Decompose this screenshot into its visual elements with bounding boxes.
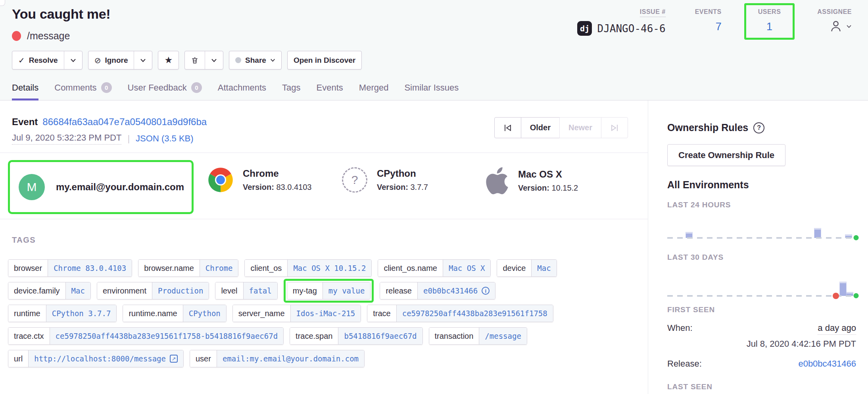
tag-key: url: [8, 350, 28, 367]
tag-pill-runtime.name[interactable]: runtime.nameCPython: [123, 305, 226, 322]
tag-pill-my-tag[interactable]: my-tagmy value: [287, 282, 371, 299]
tag-pill-client_os[interactable]: client_osMac OS X 10.15.2: [244, 259, 372, 277]
event-header: Event86684fa63aa047e7a0540801a9d9f6ba Ju…: [12, 116, 207, 145]
tag-pill-trace.span[interactable]: trace.spanb5418816f9aec67d: [290, 327, 422, 345]
last-seen-label: LAST SEEN: [667, 382, 712, 391]
tag-pill-transaction[interactable]: transaction/message: [429, 327, 527, 345]
ignore-dropdown-button[interactable]: [134, 51, 152, 69]
tag-value: Chrome: [200, 260, 238, 276]
help-question-icon[interactable]: ?: [753, 122, 764, 133]
tag-key: client_os: [245, 260, 287, 276]
issue-short-id-text: DJANGO-46-6: [597, 23, 665, 35]
ignore-button[interactable]: ⊘ Ignore: [88, 51, 134, 69]
tag-value: http://localhost:8000/message↗: [28, 350, 183, 367]
tag-pill-environment[interactable]: environmentProduction: [97, 282, 209, 299]
tab-similar-issues[interactable]: Similar Issues: [404, 82, 459, 100]
release-version-link[interactable]: e0b0bc431466: [798, 359, 856, 369]
tag-pill-client_os.name[interactable]: client_os.nameMac OS X: [378, 259, 491, 277]
oldest-event-button[interactable]: [494, 117, 521, 138]
users-count[interactable]: 1: [758, 21, 781, 33]
tag-value: ce5978250aff4438ba283e91561f1758: [396, 305, 553, 322]
tag-key: device.family: [8, 282, 65, 299]
event-id-link[interactable]: 86684fa63aa047e7a0540801a9d9f6ba: [42, 116, 207, 127]
tab-comments[interactable]: Comments0: [54, 82, 111, 100]
tag-value: Chrome 83.0.4103: [48, 260, 132, 276]
when-label: When:: [667, 323, 693, 333]
last-30-days-label: LAST 30 DAYS: [667, 253, 724, 262]
version-label: Version:: [377, 183, 408, 191]
create-ownership-rule-button[interactable]: Create Ownership Rule: [667, 144, 785, 166]
share-label: Share: [245, 56, 266, 65]
error-level-dot-icon: [12, 31, 21, 41]
event-details-panel: Event86684fa63aa047e7a0540801a9d9f6ba Ju…: [0, 100, 648, 394]
tag-row: urlhttp://localhost:8000/message↗userema…: [8, 350, 557, 367]
tag-value: Production: [152, 282, 209, 299]
tag-pill-server_name[interactable]: server_nameIdos-iMac-215: [232, 305, 361, 322]
external-link-icon[interactable]: ↗: [170, 355, 178, 363]
tag-pill-trace.ctx[interactable]: trace.ctxce5978250aff4438ba283e91561f175…: [8, 327, 284, 345]
issue-title: You caught me!: [12, 6, 110, 22]
tag-value: Mac OS X: [443, 260, 491, 276]
highlight-box-user-card: M my.email@your.domain.com: [8, 160, 194, 214]
tag-pill-browser[interactable]: browserChrome 83.0.4103: [8, 259, 132, 277]
older-event-button[interactable]: Older: [521, 117, 560, 138]
culprit-row: /message: [12, 30, 70, 42]
assignee-selector[interactable]: [817, 19, 852, 33]
chrome-icon: [208, 167, 233, 193]
issue-culprit: /message: [27, 30, 70, 42]
users-label: USERS: [758, 8, 781, 15]
older-label: Older: [530, 123, 551, 132]
tag-pill-level[interactable]: levelfatal: [215, 282, 277, 299]
tag-pill-release[interactable]: releasee0b0bc431466i: [380, 282, 495, 299]
info-icon[interactable]: i: [482, 287, 490, 295]
tab-user-feedback[interactable]: User Feedback0: [128, 82, 202, 100]
tag-pill-user[interactable]: useremail:my.email@your.domain.com: [190, 350, 365, 367]
tag-pill-browser.name[interactable]: browser.nameChrome: [138, 259, 238, 277]
trash-icon: [191, 56, 199, 65]
spark-bar: [814, 228, 821, 238]
tag-pill-trace[interactable]: tracece5978250aff4438ba283e91561f1758: [367, 305, 553, 322]
spark-dot-red: [833, 293, 839, 299]
delete-button[interactable]: [185, 51, 205, 69]
last-24-hours-label: LAST 24 HOURS: [667, 201, 731, 209]
discover-button-group: Open in Discover: [287, 51, 362, 70]
resolve-button-group: ✓ Resolve: [12, 51, 83, 70]
divider: [0, 153, 648, 153]
tag-pill-runtime[interactable]: runtimeCPython 3.7.7: [8, 305, 117, 322]
tab-merged[interactable]: Merged: [359, 82, 389, 100]
tab-events[interactable]: Events: [317, 82, 343, 100]
tag-row: runtimeCPython 3.7.7runtime.nameCPythons…: [8, 305, 557, 322]
issue-short-id[interactable]: dj DJANGO-46-6: [577, 21, 665, 36]
tab-label: Merged: [359, 83, 389, 93]
chevron-down-icon: [270, 58, 275, 62]
newest-event-button[interactable]: [601, 117, 628, 138]
tab-attachments[interactable]: Attachments: [218, 82, 266, 100]
delete-dropdown-button[interactable]: [205, 51, 223, 69]
tag-pill-device[interactable]: deviceMac: [497, 259, 557, 277]
open-in-discover-button[interactable]: Open in Discover: [288, 51, 361, 69]
bookmark-button-group: ★: [158, 51, 179, 70]
resolve-button[interactable]: ✓ Resolve: [12, 51, 64, 69]
version-label: Version:: [243, 183, 274, 191]
ownership-rules-title: Ownership Rules ?: [667, 122, 764, 133]
events-count[interactable]: 7: [695, 21, 722, 33]
tabs: DetailsComments0User Feedback0Attachment…: [12, 82, 459, 100]
resolve-dropdown-button[interactable]: [64, 51, 82, 69]
json-download-link[interactable]: JSON (3.5 KB): [136, 133, 193, 144]
tab-badge: 0: [101, 82, 112, 93]
browser-name: Chrome: [243, 168, 311, 179]
issue-stats: ISSUE # dj DJANGO-46-6 EVENTS 7 USERS 1 …: [555, 3, 858, 42]
newer-event-button[interactable]: Newer: [559, 117, 601, 138]
tab-tags[interactable]: Tags: [282, 82, 300, 100]
assignee-stat: ASSIGNEE: [810, 3, 858, 39]
share-button[interactable]: Share: [229, 51, 281, 69]
last-24-hours-sparkline: [667, 220, 858, 239]
bookmark-star-button[interactable]: ★: [158, 51, 179, 69]
tag-pill-device.family[interactable]: device.familyMac: [8, 282, 91, 299]
tab-details[interactable]: Details: [12, 82, 38, 100]
tag-key: user: [190, 350, 217, 367]
window-corner-artifact: [0, 0, 5, 6]
tag-pill-url[interactable]: urlhttp://localhost:8000/message↗: [8, 350, 184, 367]
highlight-box-my-tag: my-tagmy value: [284, 279, 374, 303]
open-in-discover-label: Open in Discover: [294, 56, 355, 65]
